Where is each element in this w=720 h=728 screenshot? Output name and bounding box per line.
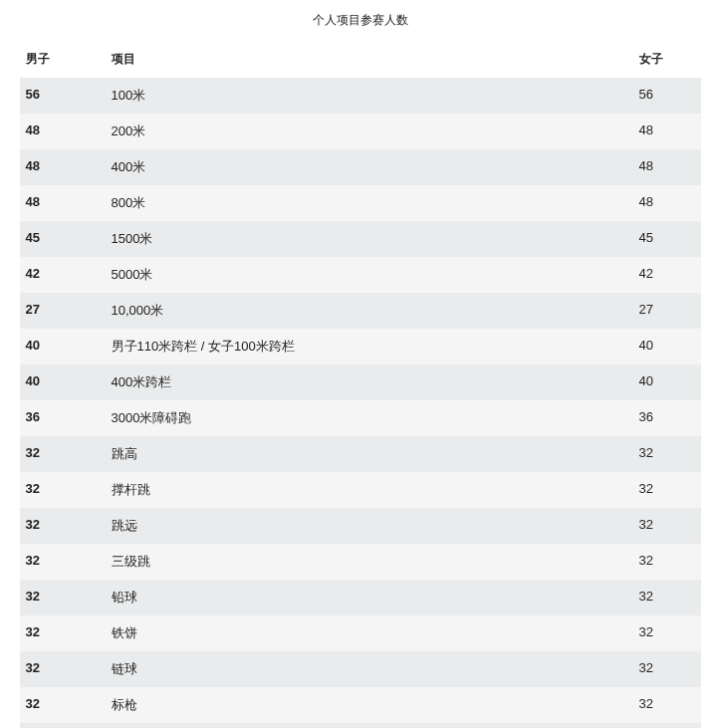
cell-men: 27 xyxy=(22,302,112,320)
table-row: 48800米48 xyxy=(20,185,701,221)
table-row: 425000米42 xyxy=(20,257,701,293)
table-row: 40男子110米跨栏 / 女子100米跨栏40 xyxy=(20,329,701,364)
cell-women: 56 xyxy=(639,87,699,105)
table-row: 40400米跨栏40 xyxy=(20,364,701,400)
cell-men: 32 xyxy=(22,517,112,535)
cell-event: 400米跨栏 xyxy=(112,373,639,391)
cell-event: 800米 xyxy=(112,194,639,212)
table-row: 24十项全能 / 七项全能24 xyxy=(20,723,701,728)
table-row: 363000米障碍跑36 xyxy=(20,400,701,436)
cell-men: 40 xyxy=(22,338,112,356)
header-event: 项目 xyxy=(112,51,639,68)
cell-event: 三级跳 xyxy=(112,553,639,571)
cell-event: 标枪 xyxy=(112,696,639,714)
table-row: 2710,000米27 xyxy=(20,293,701,329)
cell-event: 链球 xyxy=(112,660,639,678)
cell-event: 跳高 xyxy=(112,445,639,463)
cell-women: 42 xyxy=(639,266,699,284)
cell-event: 男子110米跨栏 / 女子100米跨栏 xyxy=(112,338,639,356)
cell-men: 32 xyxy=(22,589,112,607)
cell-women: 40 xyxy=(639,373,699,391)
cell-men: 48 xyxy=(22,158,112,176)
cell-women: 32 xyxy=(639,445,699,463)
table-row: 32三级跳32 xyxy=(20,544,701,580)
cell-women: 32 xyxy=(639,589,699,607)
cell-women: 40 xyxy=(639,338,699,356)
table-row: 32链球32 xyxy=(20,651,701,687)
cell-event: 200米 xyxy=(112,122,639,140)
cell-women: 32 xyxy=(639,696,699,714)
table-row: 48400米48 xyxy=(20,149,701,185)
table-row: 32撑杆跳32 xyxy=(20,472,701,508)
cell-event: 撑杆跳 xyxy=(112,481,639,499)
table-row: 48200米48 xyxy=(20,114,701,149)
cell-women: 32 xyxy=(639,517,699,535)
participants-table: 男子 项目 女子 56100米5648200米4848400米4848800米4… xyxy=(20,43,701,728)
cell-women: 27 xyxy=(639,302,699,320)
table-row: 56100米56 xyxy=(20,78,701,114)
cell-men: 48 xyxy=(22,122,112,140)
cell-women: 32 xyxy=(639,481,699,499)
cell-men: 56 xyxy=(22,87,112,105)
table-caption: 个人项目参赛人数 xyxy=(0,0,720,43)
cell-women: 48 xyxy=(639,158,699,176)
cell-women: 32 xyxy=(639,660,699,678)
cell-men: 40 xyxy=(22,373,112,391)
cell-women: 36 xyxy=(639,409,699,427)
table-row: 451500米45 xyxy=(20,221,701,257)
cell-event: 400米 xyxy=(112,158,639,176)
cell-men: 32 xyxy=(22,481,112,499)
cell-women: 45 xyxy=(639,230,699,248)
cell-men: 32 xyxy=(22,624,112,642)
cell-men: 32 xyxy=(22,660,112,678)
cell-women: 48 xyxy=(639,122,699,140)
cell-event: 10,000米 xyxy=(112,302,639,320)
table-row: 32标枪32 xyxy=(20,687,701,723)
table-row: 32铅球32 xyxy=(20,580,701,615)
cell-men: 36 xyxy=(22,409,112,427)
cell-event: 5000米 xyxy=(112,266,639,284)
cell-women: 32 xyxy=(639,553,699,571)
cell-event: 100米 xyxy=(112,87,639,105)
cell-event: 3000米障碍跑 xyxy=(112,409,639,427)
table-row: 32铁饼32 xyxy=(20,615,701,651)
table-header-row: 男子 项目 女子 xyxy=(20,43,701,78)
header-women: 女子 xyxy=(639,51,699,68)
table-row: 32跳远32 xyxy=(20,508,701,544)
cell-event: 跳远 xyxy=(112,517,639,535)
cell-women: 48 xyxy=(639,194,699,212)
header-men: 男子 xyxy=(22,51,112,68)
cell-men: 42 xyxy=(22,266,112,284)
cell-men: 32 xyxy=(22,696,112,714)
cell-women: 32 xyxy=(639,624,699,642)
cell-men: 45 xyxy=(22,230,112,248)
cell-men: 32 xyxy=(22,553,112,571)
cell-men: 32 xyxy=(22,445,112,463)
cell-men: 48 xyxy=(22,194,112,212)
cell-event: 铁饼 xyxy=(112,624,639,642)
table-row: 32跳高32 xyxy=(20,436,701,472)
cell-event: 1500米 xyxy=(112,230,639,248)
cell-event: 铅球 xyxy=(112,589,639,607)
